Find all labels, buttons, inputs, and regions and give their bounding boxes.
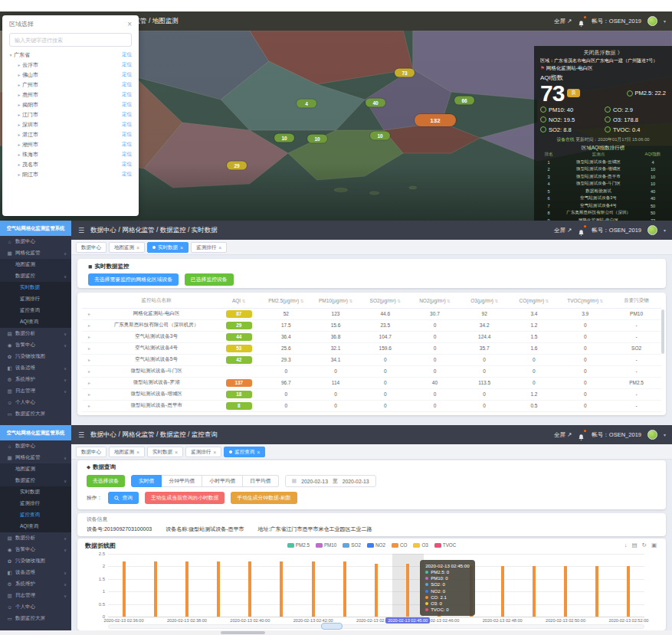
close-floating-data-button[interactable]: 关闭悬浮数据 》	[540, 49, 666, 57]
bar-2020-02-13 02:44:00[interactable]	[375, 564, 378, 617]
scrollbar-thumb[interactable]	[221, 631, 265, 634]
map-aqi-marker[interactable]: 10	[307, 135, 327, 143]
notification-bell-icon[interactable]	[578, 226, 585, 234]
tree-node-city[interactable]: ▸江门市定位	[2, 110, 139, 119]
sort-icon[interactable]: ⇅	[598, 299, 603, 303]
sort-icon[interactable]: ⇅	[493, 299, 498, 303]
mode-button-实时值[interactable]: 实时值	[131, 475, 162, 487]
refresh-minute-data-button[interactable]: 手动生成分钟数据-刷新	[231, 492, 297, 504]
expand-row-icon[interactable]: ▸	[88, 346, 90, 351]
map-aqi-marker[interactable]: 73	[395, 69, 415, 77]
close-tab-icon[interactable]: ×	[218, 245, 221, 250]
locate-link[interactable]: 定位	[122, 101, 132, 108]
search-input[interactable]	[9, 33, 132, 47]
legend-item-PM10[interactable]: PM10	[316, 542, 336, 548]
sidebar-item-数据分析[interactable]: ▤数据分析∨	[0, 328, 71, 339]
sidebar-item-污染物玫瑰图[interactable]: ✿污染物玫瑰图	[0, 555, 71, 567]
sidebar-item-日志管理[interactable]: ▥日志管理∨	[0, 590, 71, 601]
close-tab-icon[interactable]: ×	[175, 450, 178, 455]
chevron-down-icon[interactable]: ▾	[664, 227, 666, 233]
expand-row-icon[interactable]: ▸	[88, 369, 90, 374]
sidebar-item-数据中心[interactable]: ⌂数据中心	[0, 236, 71, 247]
tree-node-city[interactable]: ▸阳江市定位	[2, 169, 139, 179]
bar-2020-02-13 02:37:00[interactable]	[154, 561, 157, 617]
tree-node-province[interactable]: ▾广东省定位	[2, 50, 139, 60]
table-row[interactable]: ▸微型站测试设备-增城区18000001.20-	[82, 388, 661, 400]
table-row[interactable]: ▸广东奥斯恩科技有限公司（深圳机房）2917.515.623.5034.21.2…	[82, 319, 661, 331]
locate-link[interactable]: 定位	[122, 61, 132, 68]
locate-link[interactable]: 定位	[122, 131, 132, 138]
table-row[interactable]: ▸微型站测试设备-斗门区0000000-	[82, 365, 661, 377]
rank-row[interactable]: 6空气站测试设备3号40	[540, 195, 666, 203]
legend-item-TVOC[interactable]: TVOC	[434, 542, 457, 548]
bar-2020-02-13 02:42:00[interactable]	[312, 561, 315, 617]
fullscreen-button[interactable]: 全屏 ↗	[554, 227, 572, 234]
tab-监测排行[interactable]: 监测排行×	[191, 242, 227, 253]
tab-监测排行[interactable]: 监测排行×	[185, 447, 221, 457]
sidebar-item-数据监控[interactable]: 数据监控∨	[0, 475, 71, 486]
map-aqi-marker[interactable]: 66	[454, 97, 474, 105]
bar-2020-02-13 02:36:00[interactable]	[123, 561, 126, 617]
date-from[interactable]: 2020-02-13	[301, 479, 328, 484]
bar-2020-02-13 02:45:00[interactable]	[406, 564, 409, 617]
table-row[interactable]: ▸微型站测试设备-罗湖13796.7114040113.500PM2.5	[82, 377, 661, 388]
rank-row[interactable]: 2微型站测试设备-增城区10	[540, 166, 666, 174]
bar-2020-02-13 02:52:00[interactable]	[627, 566, 630, 617]
generate-hour-data-button[interactable]: 主动生成当前查询的小时数据	[145, 492, 225, 504]
rank-row[interactable]: 4微型站测试设备-斗门区10	[540, 181, 666, 188]
rank-row[interactable]: 3微型站测试设备-恩平市10	[540, 173, 666, 181]
chevron-down-icon[interactable]: ▾	[664, 432, 666, 437]
menu-toggle-icon[interactable]: ☰	[78, 227, 84, 234]
horizontal-scrollbar[interactable]	[0, 630, 672, 635]
legend-item-NO2[interactable]: NO2	[367, 542, 385, 548]
locate-link[interactable]: 定位	[122, 81, 132, 88]
bar-2020-02-13 02:49:00[interactable]	[533, 566, 536, 617]
fullscreen-button[interactable]: 全屏 ↗	[554, 18, 572, 25]
sidebar-item-地图监测[interactable]: 地图监测	[0, 463, 71, 475]
bar-2020-02-13 02:51:00[interactable]	[595, 566, 598, 617]
tree-node-city[interactable]: ▸揭阳市定位	[2, 100, 139, 110]
close-tab-icon[interactable]: ×	[136, 450, 139, 455]
tab-数据中心[interactable]: 数据中心	[76, 447, 107, 457]
legend-item-PM2.5[interactable]: PM2.5	[287, 542, 310, 548]
close-tab-icon[interactable]: ×	[213, 450, 216, 455]
tab-数据中心[interactable]: 数据中心	[76, 242, 107, 253]
bar-2020-02-13 02:50:00[interactable]	[564, 566, 567, 617]
sidebar-item-告警中心[interactable]: ◉告警中心∨	[0, 339, 71, 351]
expand-row-icon[interactable]: ▸	[88, 312, 90, 316]
bar-2020-02-13 02:43:00[interactable]	[343, 561, 346, 617]
notification-bell-icon[interactable]	[578, 17, 585, 25]
sidebar-item-数据监控大屏[interactable]: ▭数据监控大屏	[0, 408, 71, 420]
rank-row[interactable]: 9网格化监测站-电白区73	[540, 217, 666, 221]
select-device-button[interactable]: 去选择设备	[87, 475, 125, 487]
table-row[interactable]: ▸空气站测试设备4号5325.632.1159.6035.71.60SO2	[82, 342, 661, 354]
expand-row-icon[interactable]: ▸	[88, 358, 90, 362]
avatar[interactable]	[647, 430, 657, 440]
tab-地图监测[interactable]: 地图监测×	[109, 447, 145, 457]
tab-实时数据[interactable]: 实时数据×	[147, 447, 183, 457]
tree-node-city[interactable]: ▸佛山市定位	[2, 70, 139, 80]
menu-toggle-icon[interactable]: ☰	[78, 431, 84, 439]
sidebar-item-个人中心[interactable]: ☺个人中心	[0, 397, 71, 408]
tab-监控查询[interactable]: 监控查询×	[224, 447, 265, 457]
expand-row-icon[interactable]: ▸	[88, 381, 90, 385]
close-tab-icon[interactable]: ×	[180, 245, 183, 250]
expand-row-icon[interactable]: ▸	[88, 392, 90, 397]
bar-2020-02-13 02:40:00[interactable]	[248, 561, 251, 617]
sidebar-item-地图监测[interactable]: 地图监测	[0, 259, 71, 270]
tree-node-city[interactable]: ▸深圳市定位	[2, 119, 139, 129]
locate-link[interactable]: 定位	[122, 121, 132, 128]
close-tab-icon[interactable]: ×	[136, 245, 139, 250]
tree-node-city[interactable]: ▸珠海市定位	[2, 149, 139, 159]
sidebar-item-网格化监管[interactable]: ▦网格化监管∨	[0, 247, 71, 259]
sidebar-item-数据监控大屏[interactable]: ▭数据监控大屏	[0, 613, 71, 624]
map-aqi-marker[interactable]: 40	[366, 99, 385, 107]
bar-2020-02-13 02:41:00[interactable]	[280, 561, 283, 617]
sidebar-item-网格化监管[interactable]: ▦网格化监管∨	[0, 452, 71, 463]
sidebar-item-数据分析[interactable]: ▤数据分析∨	[0, 532, 71, 544]
locate-link[interactable]: 定位	[122, 171, 132, 178]
sidebar-item-设备运维[interactable]: ◧设备运维∨	[0, 362, 71, 374]
tree-node-city[interactable]: ▸云浮市定位	[2, 60, 139, 70]
map-aqi-marker[interactable]: 29	[227, 162, 247, 170]
locate-link[interactable]: 定位	[122, 71, 132, 78]
